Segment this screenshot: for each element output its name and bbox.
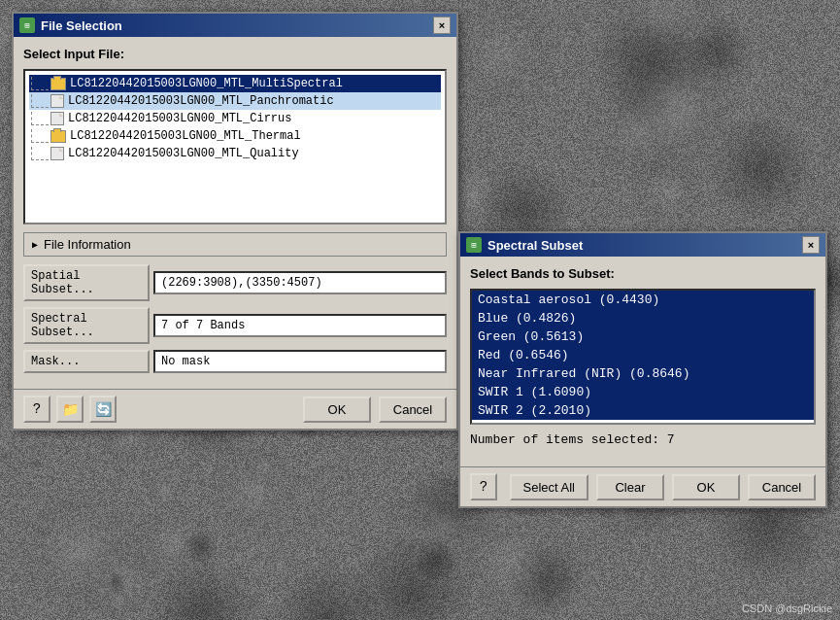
- file-tree-item[interactable]: LC81220442015003LGN00_MTL_Cirrus: [29, 110, 441, 127]
- file-name: LC81220442015003LGN00_MTL_Thermal: [70, 129, 301, 143]
- file-selection-toolbar: ? 📁 🔄 OK Cancel: [14, 389, 456, 429]
- spectral-cancel-button[interactable]: Cancel: [748, 474, 816, 500]
- spectral-subset-close-button[interactable]: ×: [802, 236, 820, 254]
- file-info-label: File Information: [44, 237, 131, 252]
- mask-value: No mask: [153, 350, 447, 373]
- spectral-subset-row: Spectral Subset... 7 of 7 Bands: [23, 307, 447, 344]
- toolbar-left: ? 📁 🔄: [23, 396, 117, 423]
- spectral-subset-titlebar: ⊞ Spectral Subset ×: [460, 233, 825, 257]
- band-item[interactable]: SWIR 2 (2.2010): [472, 401, 814, 420]
- spectral-subset-dialog: ⊞ Spectral Subset × Select Bands to Subs…: [458, 231, 827, 508]
- select-all-button[interactable]: Select All: [510, 474, 588, 500]
- clear-button[interactable]: Clear: [596, 474, 664, 500]
- file-name: LC81220442015003LGN00_MTL_Quality: [68, 147, 299, 160]
- band-item[interactable]: Coastal aerosol (0.4430): [472, 291, 814, 309]
- file-name: LC81220442015003LGN00_MTL_Cirrus: [68, 112, 291, 125]
- file-name: LC81220442015003LGN00_MTL_MultiSpectral: [70, 77, 343, 90]
- spectral-subset-value: 7 of 7 Bands: [153, 314, 447, 337]
- band-item[interactable]: SWIR 1 (1.6090): [472, 383, 814, 401]
- select-bands-label: Select Bands to Subset:: [470, 266, 816, 281]
- file-tree-item[interactable]: LC81220442015003LGN00_MTL_MultiSpectral: [29, 75, 441, 92]
- file-selection-titlebar: ⊞ File Selection ×: [14, 14, 456, 37]
- spectral-subset-button[interactable]: Spectral Subset...: [23, 307, 150, 344]
- folder-icon: [50, 78, 66, 90]
- spectral-subset-title: Spectral Subset: [487, 238, 583, 253]
- bands-list[interactable]: Coastal aerosol (0.4430)Blue (0.4826)Gre…: [470, 289, 816, 425]
- ok-button[interactable]: OK: [303, 396, 371, 423]
- items-selected-label: Number of items selected: 7: [470, 432, 816, 447]
- file-tree-item[interactable]: LC81220442015003LGN00_MTL_Thermal: [29, 127, 441, 145]
- file-selection-title: File Selection: [41, 18, 122, 33]
- band-item[interactable]: Red (0.6546): [472, 346, 814, 364]
- mask-row: Mask... No mask: [23, 350, 447, 373]
- spectral-toolbar-right: Select All Clear OK Cancel: [510, 474, 816, 500]
- file-icon: [50, 147, 64, 160]
- band-item[interactable]: Green (0.5613): [472, 327, 814, 346]
- file-info-panel[interactable]: ▶ File Information: [23, 232, 447, 257]
- spectral-ok-button[interactable]: OK: [672, 474, 740, 500]
- file-list[interactable]: LC81220442015003LGN00_MTL_MultiSpectralL…: [23, 69, 447, 224]
- file-selection-close-button[interactable]: ×: [433, 17, 451, 34]
- recent-files-button[interactable]: 🔄: [89, 396, 117, 423]
- file-tree-item[interactable]: LC81220442015003LGN00_MTL_Panchromatic: [29, 92, 441, 110]
- spectral-toolbar: ? Select All Clear OK Cancel: [460, 466, 825, 506]
- file-icon: [50, 112, 64, 125]
- expand-arrow-icon: ▶: [32, 239, 38, 251]
- cancel-button[interactable]: Cancel: [379, 396, 447, 423]
- spatial-subset-value: (2269:3908),(3350:4507): [153, 271, 447, 294]
- file-icon: [50, 94, 64, 108]
- open-folder-button[interactable]: 📁: [56, 396, 84, 423]
- watermark: CSDN @dsgRickie: [742, 603, 832, 614]
- spatial-subset-row: Spatial Subset... (2269:3908),(3350:4507…: [23, 264, 447, 301]
- mask-button[interactable]: Mask...: [23, 350, 150, 373]
- file-name: LC81220442015003LGN00_MTL_Panchromatic: [68, 94, 334, 108]
- spectral-toolbar-left: ?: [470, 473, 497, 500]
- folder-icon: [50, 130, 66, 143]
- toolbar-right: OK Cancel: [303, 396, 447, 423]
- dialog-icon: ⊞: [19, 17, 35, 33]
- spectral-dialog-icon: ⊞: [466, 237, 482, 253]
- spectral-help-button[interactable]: ?: [470, 473, 497, 500]
- select-input-label: Select Input File:: [23, 47, 447, 61]
- file-selection-dialog: ⊞ File Selection × Select Input File: LC…: [12, 12, 458, 431]
- band-item[interactable]: Blue (0.4826): [472, 309, 814, 327]
- file-tree-item[interactable]: LC81220442015003LGN00_MTL_Quality: [29, 145, 441, 162]
- spatial-subset-button[interactable]: Spatial Subset...: [23, 264, 150, 301]
- band-item[interactable]: Near Infrared (NIR) (0.8646): [472, 364, 814, 383]
- help-button[interactable]: ?: [23, 396, 50, 423]
